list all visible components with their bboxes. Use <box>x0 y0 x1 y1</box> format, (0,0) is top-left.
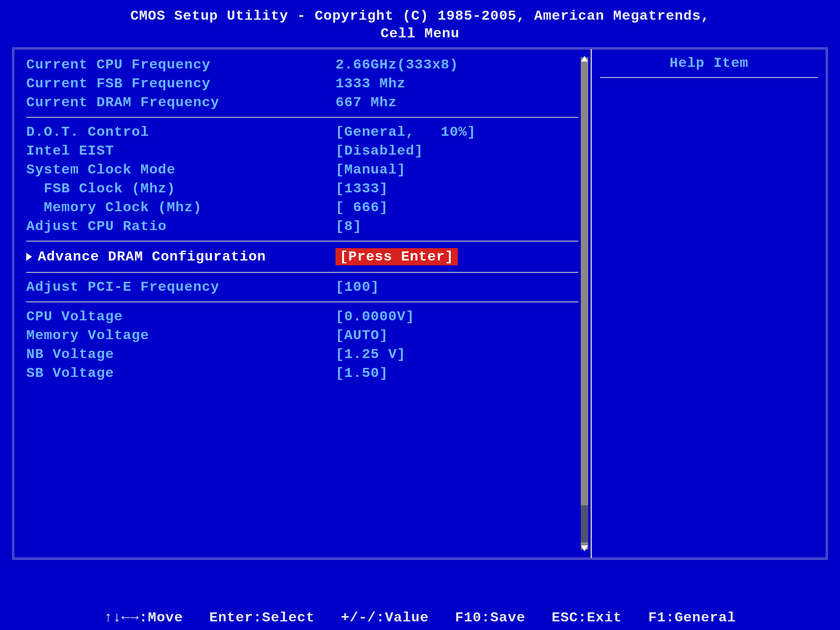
row-cpu-freq: Current CPU Frequency 2.66GHz(333x8) <box>26 55 578 74</box>
settings-panel: Current CPU Frequency 2.66GHz(333x8) Cur… <box>14 49 592 558</box>
footer-line1: ↑↓←→:Move Enter:Select +/-/:Value F10:Sa… <box>16 607 824 628</box>
divider <box>26 117 578 118</box>
help-title: Help Item <box>600 55 818 78</box>
value-dram-freq: 667 Mhz <box>336 95 578 110</box>
label-adv-dram-config: Advance DRAM Configuration <box>26 249 336 265</box>
value-fsb-freq: 1333 Mhz <box>336 76 578 91</box>
footer-hints: ↑↓←→:Move Enter:Select +/-/:Value F10:Sa… <box>0 559 840 630</box>
help-panel: Help Item <box>592 49 826 558</box>
row-mem-voltage[interactable]: Memory Voltage [AUTO] <box>26 326 578 345</box>
scrollbar[interactable] <box>581 57 588 550</box>
label-intel-eist: Intel EIST <box>26 143 336 159</box>
label-sys-clock-mode: System Clock Mode <box>26 162 336 178</box>
value-cpu-voltage: [0.0000V] <box>336 309 578 324</box>
label-pcie-freq: Adjust PCI-E Frequency <box>26 279 336 295</box>
value-fsb-clock: [1333] <box>336 181 578 196</box>
divider <box>26 241 578 242</box>
submenu-arrow-icon <box>26 253 32 261</box>
label-cpu-voltage: CPU Voltage <box>26 309 336 324</box>
value-pcie-freq: [100] <box>336 279 578 295</box>
label-nb-voltage: NB Voltage <box>26 347 336 362</box>
label-dram-freq: Current DRAM Frequency <box>26 95 336 110</box>
value-adv-dram-config: [Press Enter] <box>336 248 578 265</box>
value-mem-voltage: [AUTO] <box>336 328 578 343</box>
main-container: Current CPU Frequency 2.66GHz(333x8) Cur… <box>12 48 828 559</box>
row-adv-dram-config[interactable]: Advance DRAM Configuration [Press Enter] <box>26 247 578 267</box>
label-mem-voltage: Memory Voltage <box>26 328 336 343</box>
value-cpu-freq: 2.66GHz(333x8) <box>336 57 578 73</box>
row-mem-clock[interactable]: Memory Clock (Mhz) [ 666] <box>26 198 578 217</box>
row-dram-freq: Current DRAM Frequency 667 Mhz <box>26 93 578 112</box>
row-cpu-ratio[interactable]: Adjust CPU Ratio [8] <box>26 217 578 236</box>
page-subtitle: Cell Menu <box>0 26 840 48</box>
value-intel-eist: [Disabled] <box>336 143 578 159</box>
label-sb-voltage: SB Voltage <box>26 365 336 381</box>
value-mem-clock: [ 666] <box>336 200 578 215</box>
value-sys-clock-mode: [Manual] <box>336 162 578 178</box>
row-nb-voltage[interactable]: NB Voltage [1.25 V] <box>26 345 578 364</box>
value-dot-control: [General, 10%] <box>336 124 578 140</box>
row-fsb-freq: Current FSB Frequency 1333 Mhz <box>26 74 578 93</box>
bios-screen: CMOS Setup Utility - Copyright (C) 1985-… <box>0 0 840 630</box>
row-sb-voltage[interactable]: SB Voltage [1.50] <box>26 364 578 383</box>
row-sys-clock-mode[interactable]: System Clock Mode [Manual] <box>26 160 578 179</box>
title-bar: CMOS Setup Utility - Copyright (C) 1985-… <box>0 0 840 26</box>
label-cpu-ratio: Adjust CPU Ratio <box>26 219 336 234</box>
scroll-up-icon[interactable] <box>581 56 588 62</box>
divider <box>26 272 578 273</box>
row-fsb-clock[interactable]: FSB Clock (Mhz) [1333] <box>26 179 578 198</box>
scroll-track <box>581 505 588 542</box>
value-cpu-ratio: [8] <box>336 219 578 234</box>
row-pcie-freq[interactable]: Adjust PCI-E Frequency [100] <box>26 278 578 297</box>
label-dot-control: D.O.T. Control <box>26 124 336 140</box>
value-sb-voltage: [1.50] <box>336 365 578 381</box>
row-intel-eist[interactable]: Intel EIST [Disabled] <box>26 142 578 160</box>
value-nb-voltage: [1.25 V] <box>336 347 578 362</box>
label-cpu-freq: Current CPU Frequency <box>26 57 336 73</box>
label-fsb-clock: FSB Clock (Mhz) <box>26 181 336 196</box>
label-fsb-freq: Current FSB Frequency <box>26 76 336 91</box>
label-mem-clock: Memory Clock (Mhz) <box>26 200 336 215</box>
scroll-down-icon[interactable] <box>581 546 588 551</box>
row-cpu-voltage[interactable]: CPU Voltage [0.0000V] <box>26 307 578 326</box>
divider <box>26 301 578 302</box>
row-dot-control[interactable]: D.O.T. Control [General, 10%] <box>26 123 578 142</box>
